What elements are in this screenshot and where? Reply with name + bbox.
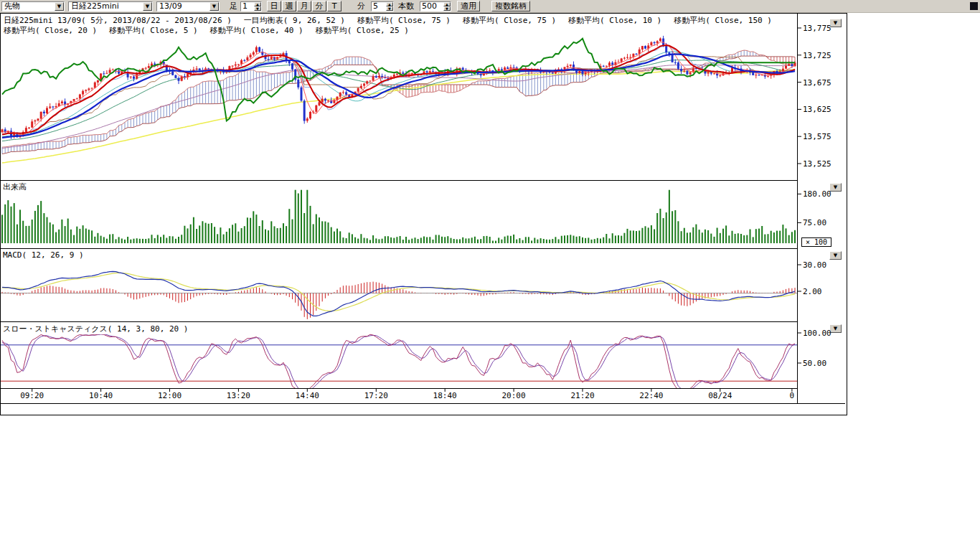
- period-button-月[interactable]: 月: [297, 1, 311, 11]
- instrument-category-value: 先物: [4, 2, 55, 11]
- minute-value-spinner[interactable]: 5 ▲ ▼: [371, 1, 394, 11]
- instrument-category-select[interactable]: 先物 ▼: [1, 1, 65, 11]
- horizontal-scrollbar-track[interactable]: [1, 404, 845, 414]
- minute-value: 5: [372, 2, 386, 11]
- spinner-down-icon[interactable]: ▼: [386, 6, 393, 11]
- bar-count-label: 本数: [398, 1, 414, 11]
- period-buttons: 日週月分T: [266, 1, 341, 11]
- macd-pane-menu-button[interactable]: ▼: [829, 251, 842, 260]
- window-corner-box: [970, 2, 978, 10]
- minute-mode-label: 分: [357, 1, 365, 11]
- interval-spinner[interactable]: 1 ▲ ▼: [240, 1, 262, 11]
- chart-panel: 日経225mini 13/09( 5分, 2013/08/22 - 2013/0…: [0, 13, 847, 415]
- symbol-value: 日経225mini: [71, 2, 143, 11]
- interval-value: 1: [241, 2, 254, 11]
- period-button-分[interactable]: 分: [312, 1, 326, 11]
- period-button-日[interactable]: 日: [267, 1, 281, 11]
- bar-count-value: 500: [420, 2, 443, 11]
- spinner-down-icon[interactable]: ▼: [443, 6, 451, 11]
- chevron-down-icon[interactable]: ▼: [143, 2, 152, 11]
- bar-count-spinner[interactable]: 500 ▲ ▼: [420, 1, 451, 11]
- spinner-down-icon[interactable]: ▼: [254, 6, 261, 11]
- period-button-T[interactable]: T: [327, 1, 341, 11]
- contract-month-select[interactable]: 13/09 ▼: [156, 1, 220, 11]
- volume-multiplier-badge: × 100: [801, 237, 831, 247]
- period-button-週[interactable]: 週: [282, 1, 296, 11]
- toolbar: 先物 ▼ 日経225mini ▼ 13/09 ▼ 足 1 ▲ ▼ 日週月分T 分…: [0, 0, 980, 13]
- stoch-pane-menu-button[interactable]: ▼: [829, 324, 842, 333]
- chart-plot-area[interactable]: [1, 14, 847, 415]
- symbol-select[interactable]: 日経225mini ▼: [68, 1, 153, 11]
- chevron-down-icon[interactable]: ▼: [209, 2, 219, 11]
- apply-button[interactable]: 適用: [457, 1, 480, 11]
- contract-month-value: 13/09: [159, 2, 209, 11]
- volume-pane-menu-button[interactable]: ▼: [829, 183, 842, 192]
- chevron-down-icon[interactable]: ▼: [55, 2, 64, 11]
- bar-type-label: 足: [230, 1, 237, 11]
- price-pane-menu-button[interactable]: ▼: [829, 19, 842, 27]
- multi-symbol-button[interactable]: 複数銘柄: [491, 1, 530, 11]
